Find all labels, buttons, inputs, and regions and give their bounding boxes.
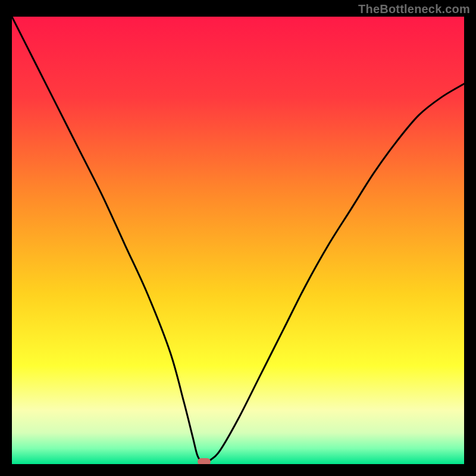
chart-frame: TheBottleneck.com xyxy=(0,0,476,476)
watermark-text: TheBottleneck.com xyxy=(358,2,470,16)
plot-area xyxy=(12,17,464,464)
minimum-marker xyxy=(198,458,211,464)
bottleneck-curve xyxy=(12,17,464,464)
